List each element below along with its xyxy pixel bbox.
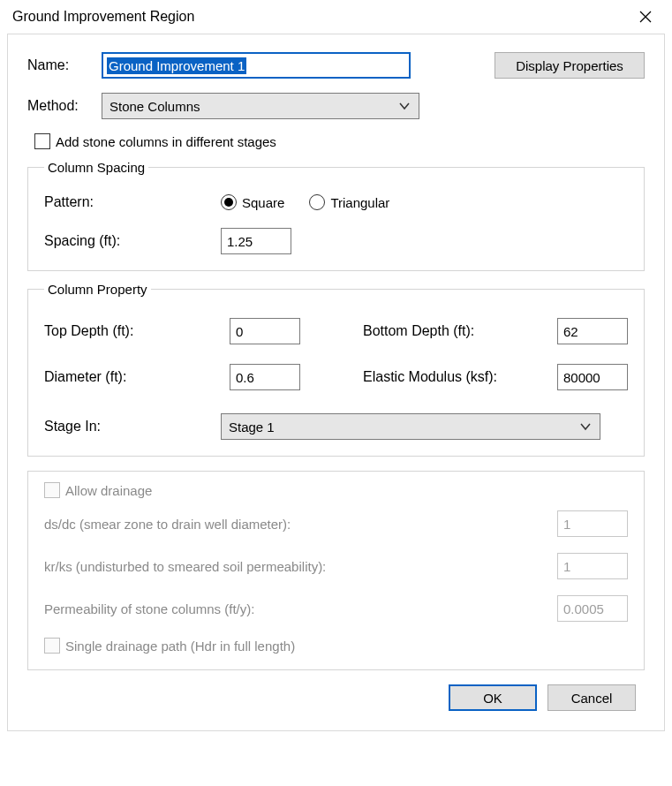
name-input-value: Ground Improvement 1	[107, 57, 246, 74]
top-depth-input[interactable]	[230, 318, 300, 344]
perm-label: Permeability of stone columns (ft/y):	[44, 601, 557, 616]
column-spacing-legend: Column Spacing	[44, 160, 148, 175]
cancel-button[interactable]: Cancel	[547, 684, 636, 711]
add-stages-checkbox[interactable]	[34, 133, 50, 149]
perm-input	[557, 595, 628, 622]
spacing-input[interactable]	[221, 228, 291, 254]
modulus-label: Elastic Modulus (ksf):	[363, 369, 557, 385]
column-spacing-group: Column Spacing Pattern: Square Triangula…	[27, 160, 645, 271]
method-select[interactable]: Stone Columns	[102, 93, 419, 119]
dialog-footer: OK Cancel	[27, 670, 645, 714]
dialog-title: Ground Improvement Region	[12, 9, 194, 25]
chevron-down-icon	[580, 422, 591, 431]
pattern-triangular-label: Triangular	[330, 195, 389, 210]
single-drainage-checkbox[interactable]	[44, 638, 60, 654]
dialog-ground-improvement: Ground Improvement Region Name: Ground I…	[0, 0, 672, 786]
stage-in-select[interactable]: Stage 1	[221, 413, 600, 440]
krks-label: kr/ks (undisturbed to smeared soil perme…	[44, 559, 557, 574]
chevron-down-icon	[399, 102, 410, 110]
dialog-body: Name: Ground Improvement 1 Display Prope…	[7, 34, 665, 731]
modulus-input[interactable]	[557, 364, 628, 390]
bottom-depth-label: Bottom Depth (ft):	[363, 323, 557, 339]
display-properties-button[interactable]: Display Properties	[495, 52, 645, 79]
radio-icon	[221, 194, 237, 210]
column-property-legend: Column Property	[44, 282, 151, 297]
pattern-triangular-radio[interactable]: Triangular	[309, 194, 389, 210]
single-drainage-label: Single drainage path (Hdr in full length…	[65, 639, 295, 654]
column-property-group: Column Property Top Depth (ft): Bottom D…	[27, 282, 645, 457]
spacing-label: Spacing (ft):	[44, 233, 221, 249]
radio-icon	[309, 194, 325, 210]
diameter-label: Diameter (ft):	[44, 369, 230, 385]
dsdc-input	[557, 510, 628, 537]
bottom-depth-input[interactable]	[557, 318, 628, 344]
drainage-group: Allow drainage ds/dc (smear zone to drai…	[27, 471, 645, 670]
close-button[interactable]	[631, 5, 660, 28]
add-stages-label: Add stone columns in different stages	[56, 134, 276, 149]
krks-input	[557, 553, 628, 579]
name-label: Name:	[27, 57, 102, 73]
name-input[interactable]: Ground Improvement 1	[102, 52, 411, 79]
allow-drainage-label: Allow drainage	[65, 483, 152, 498]
dsdc-label: ds/dc (smear zone to drain well diameter…	[44, 517, 557, 532]
close-icon	[639, 11, 652, 23]
top-depth-label: Top Depth (ft):	[44, 323, 230, 339]
ok-button[interactable]: OK	[449, 684, 537, 711]
method-label: Method:	[27, 98, 102, 114]
pattern-label: Pattern:	[44, 194, 221, 210]
diameter-input[interactable]	[230, 364, 300, 390]
pattern-square-radio[interactable]: Square	[221, 194, 284, 210]
pattern-square-label: Square	[242, 195, 284, 210]
titlebar: Ground Improvement Region	[0, 0, 672, 34]
method-select-value: Stone Columns	[109, 99, 200, 114]
stage-in-value: Stage 1	[229, 419, 275, 435]
stage-in-label: Stage In:	[44, 419, 221, 435]
allow-drainage-checkbox[interactable]	[44, 482, 60, 498]
